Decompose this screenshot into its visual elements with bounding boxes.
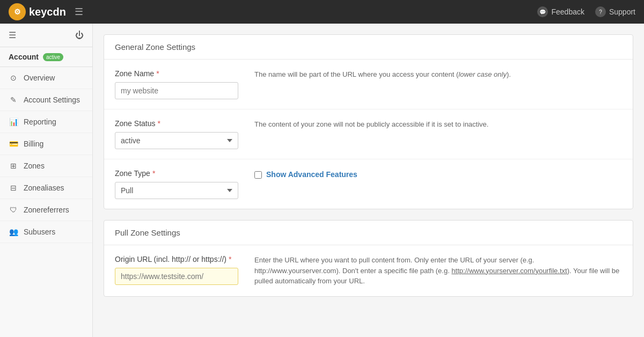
- zone-name-left: Zone Name *: [115, 69, 238, 99]
- reporting-icon: 📊: [9, 117, 18, 127]
- zone-type-advanced: Show Advanced Features: [254, 169, 622, 180]
- feedback-button[interactable]: 💬 Feedback: [537, 6, 584, 17]
- support-label: Support: [609, 8, 635, 16]
- account-label: Account active: [9, 53, 84, 61]
- account-settings-icon: ✎: [9, 95, 18, 105]
- zone-name-label: Zone Name *: [115, 69, 238, 78]
- sidebar-item-zonealiases[interactable]: ⊟ Zonealiases: [0, 177, 92, 199]
- show-advanced-checkbox[interactable]: [254, 171, 262, 179]
- sidebar-item-billing-label: Billing: [24, 140, 43, 148]
- zone-type-required: *: [152, 169, 155, 178]
- support-icon: ?: [595, 6, 606, 17]
- sidebar-item-zones[interactable]: ⊞ Zones: [0, 155, 92, 177]
- sidebar-power-icon[interactable]: ⏻: [75, 31, 84, 40]
- feedback-icon: 💬: [537, 6, 548, 17]
- sidebar-item-reporting-label: Reporting: [24, 118, 56, 126]
- zone-name-description: The name will be part of the URL where y…: [254, 69, 622, 80]
- pull-zone-settings-card: Pull Zone Settings Origin URL (incl. htt…: [104, 220, 633, 297]
- origin-url-row: Origin URL (incl. http:// or https://) *…: [104, 245, 633, 296]
- general-zone-settings-title: General Zone Settings: [104, 35, 633, 60]
- navbar-right: 💬 Feedback ? Support: [537, 6, 635, 17]
- sidebar: ☰ ⏻ Account active ⊙ Overview ✎ Account …: [0, 24, 93, 337]
- support-button[interactable]: ? Support: [595, 6, 635, 17]
- sidebar-hamburger-icon[interactable]: ☰: [9, 30, 16, 40]
- account-section: Account active: [0, 47, 92, 67]
- show-advanced-text: Show Advanced Features: [266, 169, 357, 180]
- zone-name-required: *: [156, 69, 159, 78]
- zone-type-left: Zone Type * Pull Push: [115, 169, 238, 199]
- zone-name-input[interactable]: [115, 82, 238, 99]
- zonereferrers-icon: 🛡: [9, 205, 18, 215]
- sidebar-item-zonealiases-label: Zonealiases: [24, 184, 64, 192]
- origin-url-desc-link: http://www.yourserver.com/yourfile.txt: [451, 267, 567, 275]
- zone-status-description: The content of your zone will not be pub…: [254, 119, 622, 130]
- navbar: ⚙ keycdn ☰ 💬 Feedback ? Support: [0, 0, 644, 24]
- sidebar-item-zonereferrers[interactable]: 🛡 Zonereferrers: [0, 199, 92, 221]
- origin-url-label: Origin URL (incl. http:// or https://) *: [115, 255, 238, 263]
- main-layout: ☰ ⏻ Account active ⊙ Overview ✎ Account …: [0, 24, 644, 337]
- account-badge: active: [43, 53, 63, 61]
- sidebar-item-zones-label: Zones: [24, 162, 45, 170]
- zone-type-label: Zone Type *: [115, 169, 238, 178]
- sidebar-item-subusers[interactable]: 👥 Subusers: [0, 221, 92, 243]
- sidebar-item-subusers-label: Subusers: [24, 228, 55, 236]
- show-advanced-label[interactable]: Show Advanced Features: [254, 169, 622, 180]
- zonealiases-icon: ⊟: [9, 183, 18, 193]
- zone-status-row: Zone Status * active inactive The conten…: [104, 109, 633, 159]
- billing-icon: 💳: [9, 139, 18, 149]
- sidebar-item-billing[interactable]: 💳 Billing: [0, 133, 92, 155]
- navbar-left: ⚙ keycdn ☰: [9, 3, 83, 20]
- content-area: General Zone Settings Zone Name * The na…: [93, 24, 644, 337]
- sidebar-item-reporting[interactable]: 📊 Reporting: [0, 111, 92, 133]
- zone-status-required: *: [158, 119, 160, 128]
- logo-text: keycdn: [29, 6, 66, 18]
- sidebar-top: ☰ ⏻: [0, 24, 92, 47]
- pull-zone-settings-title: Pull Zone Settings: [104, 221, 633, 245]
- sidebar-item-account-settings[interactable]: ✎ Account Settings: [0, 89, 92, 111]
- zone-status-left: Zone Status * active inactive: [115, 119, 238, 149]
- logo-icon: ⚙: [9, 3, 26, 20]
- origin-url-input[interactable]: [115, 268, 238, 285]
- zone-type-row: Zone Type * Pull Push Show Advanced Feat…: [104, 159, 633, 209]
- origin-url-left: Origin URL (incl. http:// or https://) *: [115, 255, 238, 285]
- account-text: Account: [9, 53, 39, 61]
- sidebar-item-zonereferrers-label: Zonereferrers: [24, 206, 69, 214]
- zone-status-select[interactable]: active inactive: [115, 132, 238, 149]
- general-zone-settings-card: General Zone Settings Zone Name * The na…: [104, 34, 633, 209]
- zone-name-row: Zone Name * The name will be part of the…: [104, 60, 633, 109]
- navbar-hamburger-icon[interactable]: ☰: [75, 6, 83, 18]
- origin-url-required: *: [229, 255, 231, 263]
- zone-status-label: Zone Status *: [115, 119, 238, 128]
- overview-icon: ⊙: [9, 73, 18, 83]
- sidebar-item-overview[interactable]: ⊙ Overview: [0, 67, 92, 89]
- subusers-icon: 👥: [9, 227, 18, 237]
- sidebar-item-overview-label: Overview: [24, 74, 55, 82]
- origin-url-description: Enter the URL where you want to pull con…: [254, 255, 622, 287]
- sidebar-item-account-settings-label: Account Settings: [24, 96, 80, 104]
- zones-icon: ⊞: [9, 161, 18, 171]
- zone-type-select[interactable]: Pull Push: [115, 182, 238, 199]
- navbar-logo: ⚙ keycdn: [9, 3, 66, 20]
- feedback-label: Feedback: [551, 8, 584, 16]
